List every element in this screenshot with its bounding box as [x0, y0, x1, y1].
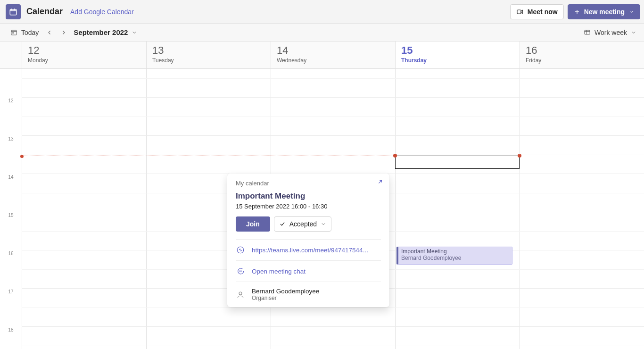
time-gutter: 1213141516171819	[0, 69, 22, 349]
day-header-today[interactable]: 15 Thursday	[395, 42, 520, 68]
add-google-calendar-link[interactable]: Add Google Calendar	[70, 8, 134, 16]
open-chat-label: Open meeting chat	[252, 268, 305, 275]
month-label: September 2022	[74, 28, 128, 36]
svg-point-6	[239, 292, 242, 295]
today-label: Today	[21, 29, 39, 36]
hour-label: 18	[0, 327, 22, 332]
check-icon	[279, 221, 286, 227]
meet-now-label: Meet now	[528, 8, 558, 16]
chevron-down-icon	[629, 9, 634, 14]
hour-label: 15	[0, 213, 22, 218]
chat-icon	[236, 266, 245, 276]
day-name: Wednesday	[277, 57, 395, 64]
popover-title: Important Meeting	[227, 190, 389, 203]
calendar-toolbar: Today September 2022 Work week	[0, 24, 644, 42]
meet-now-button[interactable]: Meet now	[510, 4, 564, 19]
day-header[interactable]: 12 Monday	[22, 42, 146, 68]
popover-when: 15 September 2022 16:00 - 16:30	[227, 203, 389, 216]
day-name: Thursday	[401, 57, 520, 64]
svg-rect-3	[12, 33, 14, 34]
day-name: Tuesday	[152, 57, 271, 64]
day-name: Monday	[28, 57, 146, 64]
day-header[interactable]: 14 Wednesday	[271, 42, 395, 68]
event-organiser: Bernard Goodemployee	[401, 255, 509, 261]
view-switcher[interactable]: Work week	[584, 29, 636, 36]
rsvp-label: Accepted	[289, 220, 317, 228]
join-button[interactable]: Join	[236, 216, 270, 232]
person-icon	[236, 290, 245, 299]
day-header[interactable]: 13 Tuesday	[146, 42, 271, 68]
chevron-down-icon	[132, 30, 137, 35]
view-label: Work week	[594, 29, 627, 36]
current-time-slot	[395, 156, 520, 169]
svg-rect-4	[585, 30, 590, 34]
hour-label: 14	[0, 174, 22, 180]
plus-icon	[574, 8, 580, 15]
day-number: 13	[152, 44, 271, 57]
hour-label: 12	[0, 98, 22, 103]
link-icon	[236, 245, 245, 255]
event-calendar-name: My calendar	[236, 180, 269, 187]
day-number: 12	[28, 44, 146, 57]
organiser-name: Bernard Goodemployee	[252, 288, 319, 295]
day-number: 16	[526, 44, 644, 57]
svg-rect-2	[11, 30, 17, 35]
expand-button[interactable]	[375, 179, 383, 187]
hour-label: 16	[0, 251, 22, 256]
svg-rect-1	[517, 10, 521, 14]
calendar-app-icon	[6, 4, 21, 19]
chevron-down-icon	[321, 221, 326, 227]
rsvp-dropdown[interactable]: Accepted	[274, 216, 331, 232]
event-title: Important Meeting	[401, 248, 509, 255]
day-number: 14	[277, 44, 395, 57]
organiser-role: Organiser	[252, 295, 319, 301]
next-week-button[interactable]	[57, 25, 71, 40]
day-name: Friday	[526, 57, 644, 64]
top-bar: Calendar Add Google Calendar Meet now Ne…	[0, 0, 644, 24]
day-header[interactable]: 16 Friday	[520, 42, 644, 68]
new-meeting-button[interactable]: New meeting	[568, 4, 640, 19]
prev-week-button[interactable]	[42, 25, 57, 40]
meeting-link[interactable]: https://teams.live.com/meet/947417544...	[252, 247, 368, 254]
week-view-icon	[584, 29, 591, 36]
event-details-popover: My calendar Important Meeting 15 Septemb…	[227, 174, 389, 307]
new-meeting-label: New meeting	[584, 8, 625, 16]
calendar-grid[interactable]: 12 Monday 13 Tuesday 14 Wednesday 15 Thu…	[0, 42, 644, 349]
calendar-today-icon	[10, 29, 17, 36]
organiser-row[interactable]: Bernard Goodemployee Organiser	[227, 282, 389, 307]
meeting-link-row[interactable]: https://teams.live.com/meet/947417544...	[227, 240, 389, 260]
day-number: 15	[401, 44, 520, 57]
today-button[interactable]: Today	[10, 29, 39, 36]
chevron-down-icon	[631, 30, 636, 35]
video-icon	[516, 8, 524, 16]
app-title: Calendar	[26, 7, 63, 17]
open-chat-row[interactable]: Open meeting chat	[227, 261, 389, 282]
calendar-event[interactable]: Important Meeting Bernard Goodemployee	[396, 247, 512, 265]
hour-label: 13	[0, 136, 22, 141]
svg-rect-0	[10, 9, 17, 15]
current-time-indicator	[22, 156, 395, 156]
day-headers: 12 Monday 13 Tuesday 14 Wednesday 15 Thu…	[0, 42, 644, 69]
month-picker[interactable]: September 2022	[74, 28, 137, 36]
hour-label: 17	[0, 289, 22, 294]
